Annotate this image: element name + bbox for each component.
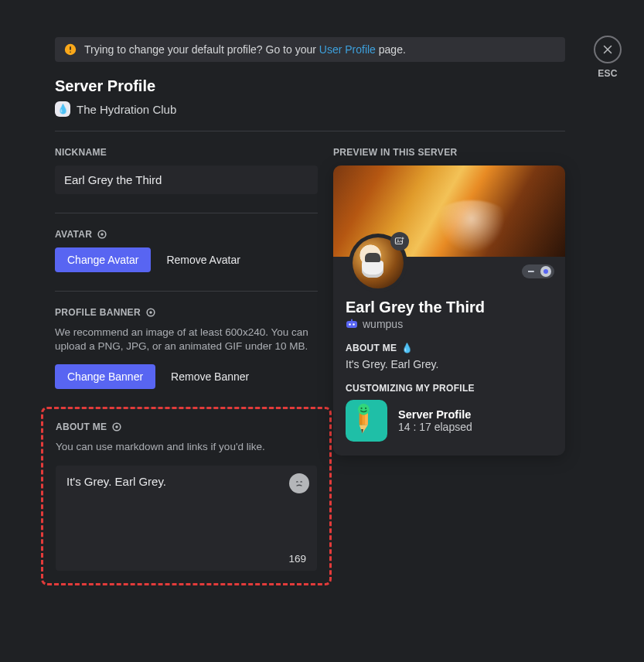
change-banner-button[interactable]: Change Banner <box>55 364 155 389</box>
preview-label: PREVIEW IN THIS SERVER <box>333 147 565 158</box>
warning-icon <box>64 43 77 56</box>
preview-display-name: Earl Grey the Third <box>346 299 553 316</box>
user-profile-link[interactable]: User Profile <box>319 43 376 56</box>
about-me-field[interactable]: 169 <box>56 466 317 571</box>
banner-label: PROFILE BANNER <box>55 307 318 318</box>
nitro-icon <box>97 229 107 240</box>
activity-icon <box>346 400 387 442</box>
svg-point-4 <box>101 233 104 236</box>
nickname-label: NICKNAME <box>55 147 318 158</box>
wave-emoji-icon: 💧 <box>401 343 413 353</box>
notice-text: Trying to change your default profile? G… <box>84 43 406 56</box>
char-count: 169 <box>288 553 306 565</box>
esc-label: ESC <box>595 68 620 79</box>
upload-avatar-button[interactable] <box>390 232 409 251</box>
change-avatar-button[interactable]: Change Avatar <box>55 247 151 272</box>
server-icon: 💧 <box>55 101 70 117</box>
about-me-label: ABOUT ME <box>56 421 317 432</box>
about-me-textarea[interactable] <box>66 475 283 537</box>
svg-point-9 <box>293 476 306 490</box>
remove-banner-button[interactable]: Remove Banner <box>168 364 252 389</box>
svg-marker-17 <box>359 425 368 434</box>
svg-point-6 <box>149 311 152 314</box>
preview-about-label: ABOUT ME 💧 <box>346 343 553 353</box>
svg-rect-13 <box>346 321 357 328</box>
banner-help: We recommend an image of at least 600x24… <box>55 326 318 353</box>
emoji-picker-button[interactable] <box>289 473 309 493</box>
svg-rect-16 <box>351 319 353 322</box>
activity-title: Server Profile <box>398 408 472 421</box>
emoji-icon <box>292 476 306 490</box>
preview-username-row: wumpus <box>346 318 553 330</box>
nitro-icon <box>145 307 156 318</box>
preview-username: wumpus <box>363 318 403 330</box>
close-icon <box>601 43 615 56</box>
profile-notice: Trying to change your default profile? G… <box>55 37 565 62</box>
about-me-highlight: ABOUT ME You can use markdown and links … <box>41 407 332 585</box>
svg-point-22 <box>358 404 370 415</box>
preview-card: Earl Grey the Third wumpus ABOUT ME 💧 <box>333 166 565 456</box>
server-row: 💧 The Hydration Club <box>55 101 565 117</box>
upload-image-icon <box>394 236 405 247</box>
divider <box>55 291 318 292</box>
svg-point-8 <box>116 426 119 429</box>
svg-rect-1 <box>70 46 71 50</box>
svg-point-14 <box>349 323 351 326</box>
svg-point-24 <box>365 408 366 409</box>
bot-icon <box>346 318 358 330</box>
page-title: Server Profile <box>55 77 565 95</box>
server-name: The Hydration Club <box>77 103 176 116</box>
avatar-label: AVATAR <box>55 229 318 240</box>
divider <box>55 213 318 213</box>
svg-rect-2 <box>70 51 71 53</box>
divider <box>55 131 565 131</box>
svg-point-11 <box>397 240 399 241</box>
preview-about-text: It's Grey. Earl Grey. <box>346 358 553 370</box>
nickname-input[interactable] <box>55 166 318 194</box>
activity-elapsed: 14 : 17 elapsed <box>398 421 472 433</box>
about-me-help: You can use markdown and links if you'd … <box>56 440 317 454</box>
preview-activity-label: CUSTOMIZING MY PROFILE <box>346 383 553 394</box>
remove-avatar-button[interactable]: Remove Avatar <box>163 247 243 272</box>
nitro-icon <box>111 421 122 432</box>
svg-point-15 <box>353 323 355 326</box>
activity-row: Server Profile 14 : 17 elapsed <box>346 400 553 442</box>
svg-point-23 <box>360 408 362 409</box>
pencil-icon <box>349 404 383 438</box>
close-button[interactable] <box>594 36 622 63</box>
